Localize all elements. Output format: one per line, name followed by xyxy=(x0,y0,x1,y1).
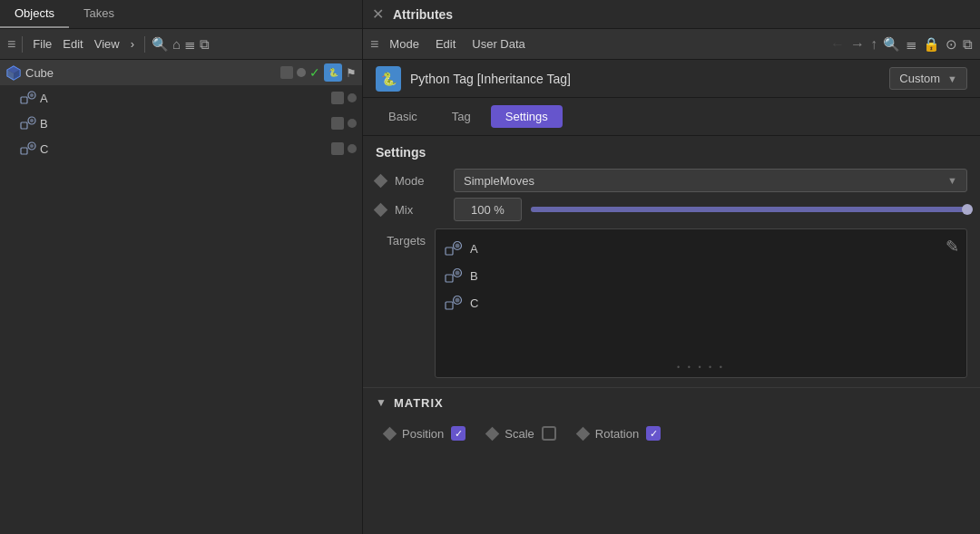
svg-point-12 xyxy=(30,144,34,148)
matrix-header[interactable]: ▼ MATRIX xyxy=(363,388,980,417)
target-a-label: A xyxy=(470,242,478,256)
scale-checkbox[interactable] xyxy=(542,426,556,441)
tab-takes[interactable]: Takes xyxy=(69,0,129,28)
attr-edit-menu[interactable]: Edit xyxy=(430,35,461,53)
search-attr-icon[interactable]: 🔍 xyxy=(883,36,900,53)
toolbar-separator-2 xyxy=(144,36,145,53)
svg-point-15 xyxy=(456,244,460,248)
home-icon[interactable]: ⌂ xyxy=(172,36,181,52)
nav-back-icon[interactable]: ← xyxy=(830,36,845,53)
lock-icon[interactable]: 🔒 xyxy=(923,36,940,53)
attr-hamburger[interactable]: ≡ xyxy=(370,36,378,53)
targets-edit-icon[interactable]: ✎ xyxy=(946,237,959,257)
rotation-checkmark: ✓ xyxy=(650,428,658,440)
rotation-diamond xyxy=(576,426,591,441)
tree-item-cube[interactable]: Cube ✓ 🐍 ⚑ xyxy=(0,60,362,85)
tree-item-c[interactable]: C xyxy=(0,136,362,161)
tab-basic[interactable]: Basic xyxy=(374,105,432,128)
dots-control-b[interactable] xyxy=(348,119,357,128)
svg-point-21 xyxy=(456,298,460,303)
mix-slider-fill xyxy=(531,207,967,212)
targets-list: A B xyxy=(435,228,967,378)
nav-up-icon[interactable]: ↑ xyxy=(870,36,877,53)
view-menu[interactable]: View xyxy=(91,37,123,51)
mode-label: Mode xyxy=(395,174,445,188)
mode-diamond xyxy=(374,173,388,188)
mix-slider-thumb[interactable] xyxy=(962,204,973,215)
more-menu[interactable]: › xyxy=(127,37,138,51)
tree-item-b-label: B xyxy=(40,117,328,131)
matrix-rotation-field: Rotation ✓ xyxy=(578,426,661,441)
spline-a-icon xyxy=(20,90,36,106)
target-b-label: B xyxy=(470,269,478,283)
dots-control-a[interactable] xyxy=(348,93,357,102)
target-item-c[interactable]: C xyxy=(441,289,961,316)
filter-attr-icon[interactable]: ≣ xyxy=(906,36,917,53)
check-icon[interactable]: ✓ xyxy=(309,65,320,80)
edit-menu[interactable]: Edit xyxy=(59,37,86,51)
python-tag-icon-attr: 🐍 xyxy=(376,66,401,92)
nav-fwd-icon[interactable]: → xyxy=(850,36,865,53)
tree-item-c-label: C xyxy=(40,142,328,156)
position-checkbox[interactable]: ✓ xyxy=(451,426,466,441)
toolbar-separator-1 xyxy=(22,36,23,53)
tree-item-a[interactable]: A xyxy=(0,85,362,111)
svg-rect-4 xyxy=(21,97,27,103)
target-c-icon xyxy=(445,294,463,312)
dots-control[interactable] xyxy=(297,68,306,77)
mode-select[interactable]: SimpleMoves ▼ xyxy=(454,169,967,192)
tab-settings[interactable]: Settings xyxy=(491,105,563,128)
spline-c-icon xyxy=(20,141,36,157)
tab-objects[interactable]: Objects xyxy=(0,0,69,28)
preset-dropdown[interactable]: Custom ▼ xyxy=(889,67,967,90)
spline-b-icon xyxy=(20,115,36,131)
position-checkmark: ✓ xyxy=(455,428,463,440)
attributes-title: Attributes xyxy=(393,7,453,22)
target-c-label: C xyxy=(470,296,478,310)
record-icon[interactable]: ⊙ xyxy=(946,36,957,53)
mix-diamond xyxy=(374,202,388,217)
python-tag-icon-tree[interactable]: 🐍 xyxy=(324,63,342,82)
svg-rect-19 xyxy=(446,302,453,309)
scale-diamond xyxy=(485,426,500,441)
svg-rect-16 xyxy=(446,275,453,282)
eye-toggle[interactable] xyxy=(280,66,293,79)
attr-mode-menu[interactable]: Mode xyxy=(384,35,425,53)
position-label: Position xyxy=(402,427,444,441)
tree-item-b[interactable]: B xyxy=(0,111,362,136)
dots-control-c[interactable] xyxy=(348,144,357,153)
targets-bottom-dots: • • • • • xyxy=(677,363,725,372)
svg-rect-7 xyxy=(21,122,27,129)
tree-item-cube-label: Cube xyxy=(25,66,277,80)
rotation-checkbox[interactable]: ✓ xyxy=(646,426,661,441)
eye-toggle-b[interactable] xyxy=(331,117,344,130)
expand-icon[interactable]: ⧉ xyxy=(963,36,973,53)
tree-item-a-label: A xyxy=(40,92,328,105)
tab-tag[interactable]: Tag xyxy=(437,105,485,128)
svg-point-18 xyxy=(456,271,460,276)
svg-rect-10 xyxy=(21,148,27,154)
eye-toggle-a[interactable] xyxy=(331,92,344,104)
settings-section-title: Settings xyxy=(363,141,980,167)
scale-label: Scale xyxy=(505,427,534,441)
position-diamond xyxy=(383,426,397,441)
search-icon[interactable]: 🔍 xyxy=(152,36,169,53)
close-button[interactable]: ✕ xyxy=(372,5,384,23)
matrix-position-field: Position ✓ xyxy=(385,426,466,441)
target-a-icon xyxy=(445,239,463,257)
svg-point-9 xyxy=(30,119,34,122)
mix-value-box[interactable]: 100 % xyxy=(454,198,522,221)
attr-userdata-menu[interactable]: User Data xyxy=(466,35,531,53)
target-item-b[interactable]: B xyxy=(441,262,961,289)
filter-icon[interactable]: ≣ xyxy=(184,36,196,53)
target-item-a[interactable]: A xyxy=(441,235,961,262)
external-icon[interactable]: ⧉ xyxy=(200,36,210,53)
preset-dropdown-arrow: ▼ xyxy=(947,73,957,84)
svg-point-6 xyxy=(30,93,34,97)
mix-slider[interactable] xyxy=(531,207,967,212)
eye-toggle-c[interactable] xyxy=(331,142,344,155)
flag-icon-tree[interactable]: ⚑ xyxy=(346,66,357,80)
hamburger-icon[interactable]: ≡ xyxy=(7,36,15,53)
file-menu[interactable]: File xyxy=(29,37,55,51)
mix-value: 100 % xyxy=(471,203,505,217)
